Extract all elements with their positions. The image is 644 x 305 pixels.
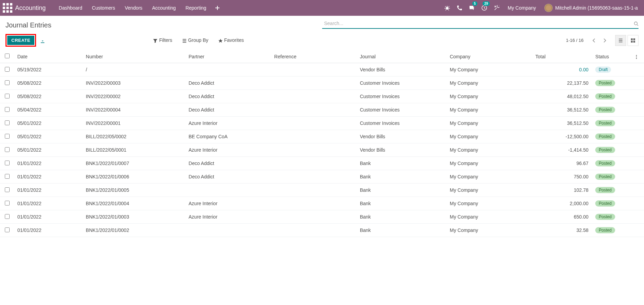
col-header-status[interactable]: Status [592,50,631,63]
table-row[interactable]: 05/01/2022INV/2022/00001Azure InteriorCu… [0,117,644,130]
cell-company: My Company [447,90,532,103]
col-header-company[interactable]: Company [447,50,532,63]
status-badge: Posted [595,147,615,153]
apps-icon[interactable] [3,3,12,13]
row-checkbox[interactable] [5,134,10,139]
row-checkbox[interactable] [5,80,10,85]
groupby-button[interactable]: Group By [182,37,208,43]
cell-total: 22,137.50 [533,77,593,90]
row-checkbox[interactable] [5,94,10,98]
phone-icon[interactable] [453,0,466,16]
activities-icon[interactable]: 29 [478,0,490,16]
pager-next-icon[interactable] [600,36,609,45]
cell-number: BILL/2022/05/0002 [83,130,186,143]
cell-company: My Company [447,210,532,224]
svg-rect-5 [10,7,12,9]
table-row[interactable]: 05/04/2022INV/2022/00004Deco AddictCusto… [0,103,644,117]
cell-reference [271,184,357,197]
cell-number: INV/2022/00003 [83,77,186,90]
cell-menu [631,184,644,197]
cell-status: Draft [592,63,631,77]
pager[interactable]: 1-16 / 16 [566,38,584,43]
row-checkbox[interactable] [5,174,10,179]
favorites-button[interactable]: Favorites [218,37,244,43]
debug-icon[interactable] [441,0,453,16]
import-icon[interactable] [39,36,46,44]
col-header-date[interactable]: Date [14,50,83,63]
pager-prev-icon[interactable] [590,36,599,45]
row-checkbox[interactable] [5,147,10,152]
tools-icon[interactable] [490,0,503,16]
table-row[interactable]: 05/08/2022INV/2022/00002Deco AddictCusto… [0,90,644,103]
table-row[interactable]: 05/01/2022BILL/2022/05/0001Azure Interio… [0,143,644,157]
row-checkbox[interactable] [5,187,10,192]
cell-date: 01/01/2022 [14,210,83,224]
create-button[interactable]: CREATE [7,36,34,45]
col-header-total[interactable]: Total [533,50,593,63]
menu-customers[interactable]: Customers [87,0,120,16]
groupby-label: Group By [188,37,208,43]
cell-date: 01/01/2022 [14,170,83,184]
row-checkbox[interactable] [5,107,10,112]
svg-point-11 [634,22,637,25]
col-header-journal[interactable]: Journal [357,50,447,63]
cell-date: 05/08/2022 [14,90,83,103]
filters-button[interactable]: Filters [153,37,172,43]
cell-reference [271,90,357,103]
cell-reference [271,197,357,210]
svg-point-9 [446,7,449,10]
cell-company: My Company [447,224,532,237]
cell-partner [186,63,271,77]
menu-accounting[interactable]: Accounting [147,0,181,16]
col-header-reference[interactable]: Reference [271,50,357,63]
search-icon[interactable] [634,21,639,26]
cell-menu [631,197,644,210]
view-list-icon[interactable] [615,35,626,46]
cell-number: BILL/2022/05/0001 [83,143,186,157]
menu-more-icon[interactable] [211,0,224,16]
cell-number: BNK1/2022/01/0007 [83,157,186,170]
cell-menu [631,170,644,184]
cell-partner [186,184,271,197]
cell-company: My Company [447,63,532,77]
favorites-label: Favorites [224,37,244,43]
view-kanban-icon[interactable] [628,35,639,46]
table-row[interactable]: 01/01/2022BNK1/2022/01/0002BankMy Compan… [0,224,644,237]
col-header-menu[interactable] [631,50,644,63]
row-checkbox[interactable] [5,214,10,219]
status-badge: Posted [595,93,615,99]
select-all-checkbox[interactable] [5,54,10,58]
table-row[interactable]: 01/01/2022BNK1/2022/01/0006Deco AddictBa… [0,170,644,184]
menu-dashboard[interactable]: Dashboard [54,0,87,16]
svg-rect-1 [7,3,9,5]
messages-icon[interactable]: 5 [466,0,478,16]
search-input[interactable] [322,19,639,28]
table-row[interactable]: 05/19/2022/Vendor BillsMy Company0.00Dra… [0,63,644,77]
table-row[interactable]: 01/01/2022BNK1/2022/01/0003Azure Interio… [0,210,644,224]
cell-reference [271,63,357,77]
row-checkbox[interactable] [5,67,10,72]
company-selector[interactable]: My Company [503,5,541,11]
table-row[interactable]: 05/01/2022BILL/2022/05/0002BE Company Co… [0,130,644,143]
table-row[interactable]: 01/01/2022BNK1/2022/01/0007Deco AddictBa… [0,157,644,170]
table-row[interactable]: 01/01/2022BNK1/2022/01/0005BankMy Compan… [0,184,644,197]
table-row[interactable]: 05/08/2022INV/2022/00003Deco AddictCusto… [0,77,644,90]
row-checkbox[interactable] [5,201,10,206]
app-name[interactable]: Accounting [15,4,46,12]
col-header-number[interactable]: Number [83,50,186,63]
cell-partner: Azure Interior [186,117,271,130]
journal-entries-table: Date Number Partner Reference Journal Co… [0,50,644,237]
row-checkbox[interactable] [5,161,10,165]
menu-vendors[interactable]: Vendors [120,0,147,16]
row-checkbox[interactable] [5,227,10,232]
menu-reporting[interactable]: Reporting [181,0,211,16]
table-row[interactable]: 01/01/2022BNK1/2022/01/0004Azure Interio… [0,197,644,210]
col-header-partner[interactable]: Partner [186,50,271,63]
cell-number: INV/2022/00004 [83,103,186,117]
cell-menu [631,130,644,143]
cell-menu [631,77,644,90]
cell-status: Posted [592,224,631,237]
user-menu[interactable]: Mitchell Admin (15695063-saas-15-1-a [541,4,641,12]
cell-journal: Bank [357,197,447,210]
row-checkbox[interactable] [5,120,10,125]
